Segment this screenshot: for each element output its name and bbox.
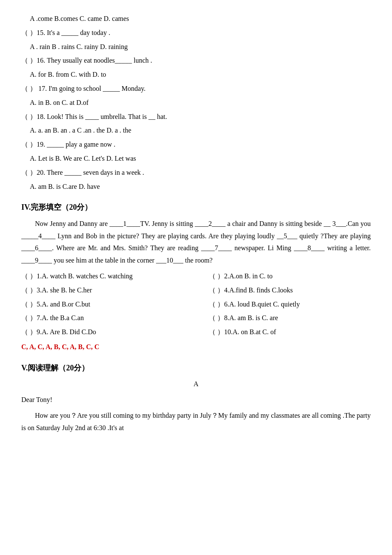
cloze-q7: （ ）7.A. the B.a C.an: [21, 312, 183, 324]
cloze-q1: （ ）1.A. watch B. watches C. watching: [21, 270, 183, 283]
cloze-answers: C, A, C, A, B, C, A, B, C, C: [21, 341, 371, 353]
letter-opening: Dear Tony!: [21, 394, 371, 406]
q19-question: （ ）19. _____ play a game now .: [21, 139, 371, 151]
passage-a-label: A: [21, 378, 371, 390]
q17-options: A. in B. on C. at D.of: [30, 97, 371, 109]
q17-question: （ ） 17. I'm going to school _____ Monday…: [21, 83, 371, 95]
section4-passage: Now Jenny and Danny are ____1____TV. Jen…: [21, 218, 371, 267]
cloze-q3: （ ）3.A. she B. he C.her: [21, 284, 183, 297]
cloze-q6: （ ）6.A. loud B.quiet C. quietly: [209, 298, 371, 311]
section4-title: IV.完形填空（20分）: [21, 200, 371, 214]
q19-options: A. Let is B. We are C. Let's D. Let was: [30, 153, 371, 165]
q20-options: A. am B. is C.are D. have: [30, 181, 371, 193]
q20-question: （ ）20. There _____ seven days in a week …: [21, 167, 371, 179]
q18-options: A. a. an B. an . a C .an . the D. a . th…: [30, 124, 371, 137]
q16-question: （ ）16. They usually eat noodles_____ lun…: [21, 55, 371, 67]
section5-title: V.阅读理解（20分）: [21, 361, 371, 375]
cloze-q10: （ ）10.A. on B.at C. of: [209, 326, 371, 338]
q15-question: （ ）15. It's a _____ day today .: [21, 27, 371, 39]
q18-question: （ ）18. Look! This is ____ umbrella. That…: [21, 111, 371, 123]
cloze-q2: （ ）2.A.on B. in C. to: [209, 270, 371, 283]
q16-options: A. for B. from C. with D. to: [30, 69, 371, 81]
cloze-q4: （ ）4.A.find B. finds C.looks: [209, 284, 371, 297]
q15-options: A . rain B . rains C. rainy D. raining: [30, 41, 371, 53]
cloze-q5: （ ）5.A. and B.or C.but: [21, 298, 183, 311]
cloze-q8: （ ）8.A. am B. is C. are: [209, 312, 371, 324]
page-content: A .come B.comes C. came D. cames （ ）15. …: [21, 13, 371, 434]
q14-options: A .come B.comes C. came D. cames: [30, 13, 371, 25]
cloze-q9: （ ）9.A. Are B. Did C.Do: [21, 326, 183, 338]
letter-body: How are you？Are you still coming to my b…: [21, 410, 371, 434]
